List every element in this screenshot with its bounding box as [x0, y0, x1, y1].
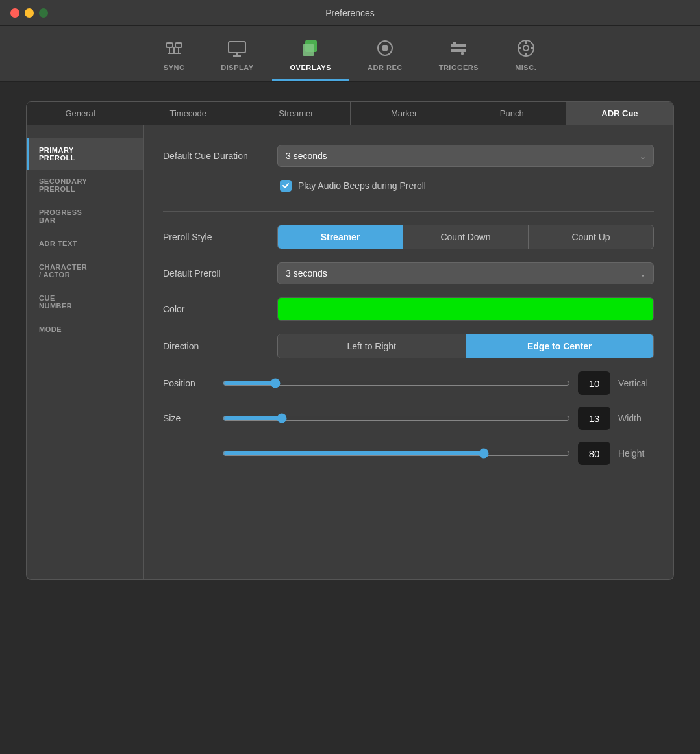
position-label: Position	[163, 378, 215, 388]
svg-rect-10	[303, 44, 314, 56]
minimize-button[interactable]	[25, 8, 34, 18]
svg-rect-16	[461, 52, 464, 55]
direction-button-group: Left to Right Edge to Center	[277, 334, 654, 358]
direction-edge-to-center[interactable]: Edge to Center	[466, 334, 654, 358]
toolbar-label-sync: SYNC	[164, 64, 185, 71]
default-preroll-select[interactable]: 1 second 2 seconds 3 seconds 4 seconds 5…	[277, 262, 654, 284]
play-audio-beeps-label: Play Audio Beeps during Preroll	[298, 181, 426, 191]
sidebar-item-mode[interactable]: MODE	[27, 318, 143, 341]
window-title: Preferences	[325, 8, 374, 18]
left-sidebar: PRIMARYPREROLL SECONDARYPREROLL PROGRESS…	[27, 125, 144, 579]
svg-rect-15	[453, 42, 456, 44]
close-button[interactable]	[10, 8, 19, 18]
play-audio-beeps-row: Play Audio Beeps during Preroll	[163, 180, 654, 192]
toolbar-label-adr-rec: ADR REC	[368, 64, 403, 71]
size-height-unit: Height	[618, 448, 654, 459]
adr-rec-icon	[375, 38, 395, 58]
position-value: 10	[578, 371, 610, 395]
default-cue-duration-label: Default Cue Duration	[163, 151, 267, 161]
maximize-button[interactable]	[39, 8, 48, 18]
sub-tabs: General Timecode Streamer Marker Punch A…	[26, 101, 674, 125]
default-preroll-row: Default Preroll 1 second 2 seconds 3 sec…	[163, 262, 654, 284]
direction-left-to-right[interactable]: Left to Right	[278, 334, 466, 358]
sidebar-item-cue-number[interactable]: CUENUMBER	[27, 286, 143, 318]
preroll-style-label: Preroll Style	[163, 232, 267, 242]
svg-point-18	[523, 45, 529, 51]
main-panel: PRIMARYPREROLL SECONDARYPREROLL PROGRESS…	[26, 125, 674, 580]
color-swatch[interactable]	[277, 297, 654, 321]
play-audio-beeps-checkbox[interactable]	[280, 180, 292, 192]
svg-point-12	[382, 45, 388, 51]
tab-marker[interactable]: Marker	[351, 102, 458, 125]
toolbar-item-triggers[interactable]: TRIGGERS	[421, 32, 497, 81]
default-preroll-label: Default Preroll	[163, 268, 267, 279]
sidebar-item-character-actor[interactable]: CHARACTER/ ACTOR	[27, 255, 143, 286]
toolbar-item-misc[interactable]: MISC.	[497, 32, 555, 81]
right-content: Default Cue Duration 1 second 2 seconds …	[144, 125, 673, 579]
sidebar-item-primary-preroll[interactable]: PRIMARYPREROLL	[27, 138, 143, 170]
tab-streamer[interactable]: Streamer	[242, 102, 350, 125]
position-unit: Vertical	[618, 378, 654, 388]
toolbar-label-overlays: OVERLAYS	[290, 64, 332, 71]
size-height-row: 80 Height	[163, 442, 654, 465]
default-preroll-select-wrapper[interactable]: 1 second 2 seconds 3 seconds 4 seconds 5…	[277, 262, 654, 284]
tab-adr-cue[interactable]: ADR Cue	[566, 102, 673, 125]
size-width-row: Size 13 Width	[163, 407, 654, 430]
sidebar-item-progress-bar[interactable]: PROGRESSBAR	[27, 201, 143, 232]
window-controls	[10, 8, 48, 18]
main-toolbar: SYNC DISPLAY OVERLAYS ADR	[0, 26, 700, 82]
position-row: Position 10 Vertical	[163, 371, 654, 395]
default-cue-duration-select-wrapper[interactable]: 1 second 2 seconds 3 seconds 4 seconds 5…	[277, 145, 654, 167]
svg-rect-1	[175, 43, 182, 47]
sidebar-item-secondary-preroll[interactable]: SECONDARYPREROLL	[27, 170, 143, 201]
size-height-slider[interactable]	[223, 448, 570, 459]
preroll-style-count-down[interactable]: Count Down	[403, 225, 529, 249]
preroll-style-row: Preroll Style Streamer Count Down Count …	[163, 225, 654, 249]
preroll-style-streamer[interactable]: Streamer	[278, 225, 403, 249]
preroll-style-button-group: Streamer Count Down Count Up	[277, 225, 654, 249]
toolbar-label-misc: MISC.	[515, 64, 536, 71]
size-height-value: 80	[578, 442, 610, 465]
title-bar: Preferences	[0, 0, 700, 26]
sidebar-item-adr-text[interactable]: ADR TEXT	[27, 232, 143, 255]
tab-general[interactable]: General	[27, 102, 134, 125]
direction-label: Direction	[163, 341, 267, 351]
toolbar-label-display: DISPLAY	[221, 64, 253, 71]
color-row: Color	[163, 297, 654, 321]
position-slider[interactable]	[223, 378, 570, 388]
misc-icon	[516, 38, 536, 58]
default-cue-duration-select[interactable]: 1 second 2 seconds 3 seconds 4 seconds 5…	[277, 145, 654, 167]
svg-rect-13	[451, 44, 466, 47]
preroll-style-count-up[interactable]: Count Up	[529, 225, 653, 249]
size-width-value: 13	[578, 407, 610, 430]
svg-rect-6	[229, 42, 245, 53]
toolbar-item-adr-rec[interactable]: ADR REC	[349, 32, 421, 81]
size-width-slider[interactable]	[223, 413, 570, 423]
toolbar-label-triggers: TRIGGERS	[439, 64, 479, 71]
toolbar-item-sync[interactable]: SYNC	[145, 32, 203, 81]
display-icon	[227, 38, 247, 58]
toolbar-item-display[interactable]: DISPLAY	[203, 32, 271, 81]
tab-punch[interactable]: Punch	[458, 102, 566, 125]
direction-row: Direction Left to Right Edge to Center	[163, 334, 654, 358]
size-label: Size	[163, 413, 215, 423]
triggers-icon	[448, 38, 469, 58]
overlays-icon	[300, 38, 321, 58]
svg-rect-0	[166, 43, 173, 47]
toolbar-item-overlays[interactable]: OVERLAYS	[272, 32, 350, 81]
main-content: General Timecode Streamer Marker Punch A…	[0, 82, 700, 754]
color-label: Color	[163, 304, 267, 314]
default-cue-duration-row: Default Cue Duration 1 second 2 seconds …	[163, 145, 654, 167]
svg-rect-14	[451, 49, 466, 52]
section-divider-1	[163, 211, 654, 212]
tab-timecode[interactable]: Timecode	[134, 102, 242, 125]
sync-icon	[164, 38, 184, 58]
size-width-unit: Width	[618, 413, 654, 423]
